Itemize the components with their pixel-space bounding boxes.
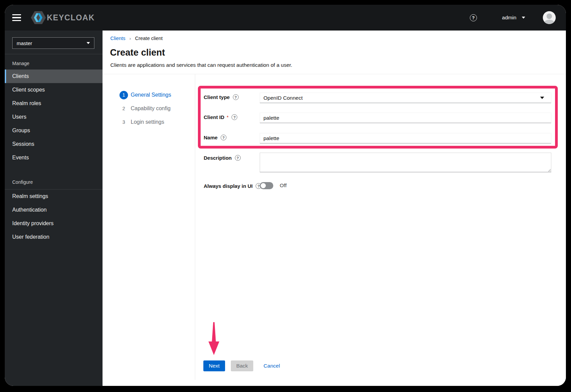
always-display-label: Always display in UI bbox=[204, 183, 253, 189]
required-asterisk: * bbox=[227, 115, 228, 120]
wizard-footer: Next Back Cancel bbox=[203, 360, 280, 371]
client-id-label: Client ID bbox=[204, 114, 224, 120]
step-login-settings[interactable]: 3 Login settings bbox=[119, 115, 171, 129]
breadcrumb-clients-link[interactable]: Clients bbox=[110, 36, 125, 41]
name-label-row: Name ? bbox=[204, 135, 226, 140]
breadcrumb-separator-icon: › bbox=[129, 36, 131, 41]
sidebar-item-realm-settings[interactable]: Realm settings bbox=[5, 190, 103, 203]
sidebar-item-events[interactable]: Events bbox=[5, 151, 103, 164]
step-label: Capability config bbox=[131, 105, 170, 112]
main-content: Clients › Create client Create client Cl… bbox=[103, 31, 566, 386]
hamburger-menu-icon[interactable] bbox=[12, 14, 21, 21]
sidebar-item-identity-providers[interactable]: Identity providers bbox=[5, 217, 103, 230]
client-type-value: OpenID Connect bbox=[263, 95, 302, 101]
name-label: Name bbox=[204, 135, 218, 140]
brand-text: KEYCLOAK bbox=[47, 13, 95, 22]
chevron-down-icon bbox=[540, 97, 544, 99]
app-window: KEYCLOAK ? admin master Manage Clients C… bbox=[5, 5, 566, 386]
keycloak-logo: KEYCLOAK bbox=[31, 11, 95, 25]
wizard-divider bbox=[195, 74, 195, 380]
description-label: Description bbox=[204, 155, 232, 161]
step-label: Login settings bbox=[131, 119, 164, 125]
breadcrumb-current: Create client bbox=[135, 36, 163, 41]
sidebar-item-realm-roles[interactable]: Realm roles bbox=[5, 97, 103, 110]
user-name: admin bbox=[502, 15, 516, 21]
client-type-select[interactable]: OpenID Connect bbox=[260, 93, 551, 103]
breadcrumb: Clients › Create client bbox=[110, 36, 163, 41]
client-type-label-row: Client type ? bbox=[204, 94, 239, 100]
always-display-toggle[interactable] bbox=[260, 182, 273, 189]
realm-selector[interactable]: master bbox=[12, 37, 94, 49]
help-icon[interactable]: ? bbox=[470, 14, 477, 21]
nav-section-manage: Manage bbox=[12, 61, 30, 66]
manage-nav-group: Clients Client scopes Realm roles Users … bbox=[5, 70, 103, 164]
cancel-button[interactable]: Cancel bbox=[263, 363, 280, 369]
step-general-settings[interactable]: 1 General Settings bbox=[119, 88, 171, 102]
chevron-down-icon bbox=[522, 17, 525, 19]
sidebar-item-client-scopes[interactable]: Client scopes bbox=[5, 83, 103, 97]
sidebar-item-user-federation[interactable]: User federation bbox=[5, 230, 103, 244]
client-id-input[interactable] bbox=[260, 113, 551, 123]
back-button[interactable]: Back bbox=[231, 360, 253, 371]
nav-section-configure: Configure bbox=[12, 179, 33, 185]
client-id-label-row: Client ID * ? bbox=[204, 114, 237, 120]
description-label-row: Description ? bbox=[204, 155, 241, 161]
avatar[interactable] bbox=[543, 11, 556, 24]
wizard-steps: 1 General Settings 2 Capability config 3… bbox=[119, 88, 171, 129]
step-label: General Settings bbox=[131, 92, 171, 98]
help-icon[interactable]: ? bbox=[235, 155, 241, 161]
realm-selector-value: master bbox=[17, 40, 32, 46]
chevron-down-icon bbox=[87, 42, 90, 44]
sidebar-item-groups[interactable]: Groups bbox=[5, 124, 103, 137]
step-number: 2 bbox=[119, 104, 128, 113]
description-textarea[interactable] bbox=[260, 153, 551, 172]
next-button[interactable]: Next bbox=[203, 360, 225, 371]
sidebar-item-authentication[interactable]: Authentication bbox=[5, 203, 103, 217]
page-subtitle: Clients are applications and services th… bbox=[110, 62, 292, 68]
step-number: 1 bbox=[119, 91, 128, 99]
sidebar-item-clients[interactable]: Clients bbox=[5, 70, 103, 83]
masthead: KEYCLOAK ? admin bbox=[5, 5, 566, 31]
name-input[interactable] bbox=[260, 133, 551, 143]
user-menu[interactable]: admin bbox=[502, 15, 525, 21]
header-divider bbox=[103, 74, 566, 74]
sidebar-item-users[interactable]: Users bbox=[5, 110, 103, 124]
configure-nav-group: Realm settings Authentication Identity p… bbox=[5, 190, 103, 244]
sidebar: master Manage Clients Client scopes Real… bbox=[5, 31, 103, 386]
help-icon[interactable]: ? bbox=[232, 114, 237, 120]
always-display-label-row: Always display in UI ? bbox=[204, 183, 261, 189]
arrow-down-annotation bbox=[207, 322, 221, 356]
step-number: 3 bbox=[119, 118, 128, 126]
help-icon[interactable]: ? bbox=[221, 135, 226, 140]
client-type-label: Client type bbox=[204, 94, 230, 100]
sidebar-divider bbox=[5, 54, 103, 54]
page-title: Create client bbox=[110, 47, 165, 58]
sidebar-item-sessions[interactable]: Sessions bbox=[5, 137, 103, 151]
toggle-state-label: Off bbox=[280, 182, 287, 189]
keycloak-logo-icon bbox=[31, 11, 46, 25]
step-capability-config[interactable]: 2 Capability config bbox=[119, 102, 171, 115]
help-icon[interactable]: ? bbox=[233, 94, 239, 100]
